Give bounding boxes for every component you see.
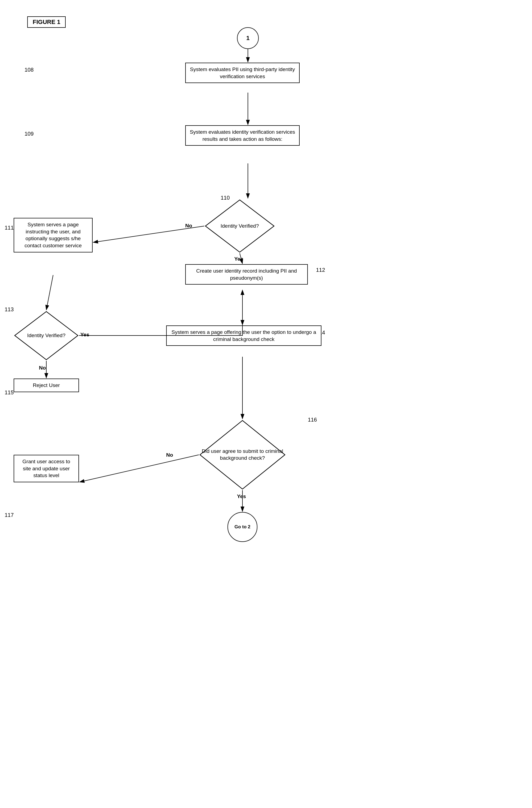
svg-line-8 [46, 275, 53, 310]
num-111: 111 [5, 225, 14, 231]
num-117: 117 [5, 512, 14, 518]
diamond-113: Identity Verified? [14, 310, 79, 361]
num-113: 113 [5, 306, 14, 313]
svg-line-13 [79, 455, 199, 482]
num-116: 116 [308, 417, 317, 423]
diamond-116: Did user agree to submit to criminal bac… [199, 419, 286, 490]
diamond-110: Identity Verified? [204, 199, 275, 253]
num-109: 109 [24, 131, 34, 137]
start-node: 1 [237, 27, 259, 49]
node-115: Reject User [14, 379, 79, 392]
arrows-svg [0, 0, 532, 808]
yes-label-110: Yes [234, 256, 243, 262]
no-label-110: No [185, 223, 192, 229]
node-111: System serves a page instructing the use… [14, 218, 93, 253]
diamond-116-text: Did user agree to submit to criminal bac… [199, 448, 286, 461]
node-117: Grant user access to site and update use… [14, 455, 79, 482]
num-112: 112 [316, 267, 325, 273]
node-109: System evaluates identity verification s… [185, 125, 300, 146]
diagram-container: FIGURE 1 1 108 System evaluates PII usin… [0, 0, 532, 808]
num-108: 108 [24, 67, 34, 73]
no-label-116: No [166, 452, 173, 458]
figure-label: FIGURE 1 [27, 16, 66, 28]
diamond-113-text: Identity Verified? [27, 332, 66, 339]
yes-label-113: Yes [80, 332, 89, 338]
no-label-113: No [39, 365, 46, 371]
node-114: System serves a page offering the user t… [166, 326, 322, 346]
end-node: Go to 2 [227, 512, 257, 542]
node-112: Create user identity record including PI… [185, 264, 308, 284]
yes-label-116: Yes [237, 494, 246, 499]
num-115: 115 [5, 389, 14, 396]
diamond-110-text: Identity Verified? [221, 223, 259, 229]
node-108: System evaluates PII using third-party i… [185, 62, 300, 83]
